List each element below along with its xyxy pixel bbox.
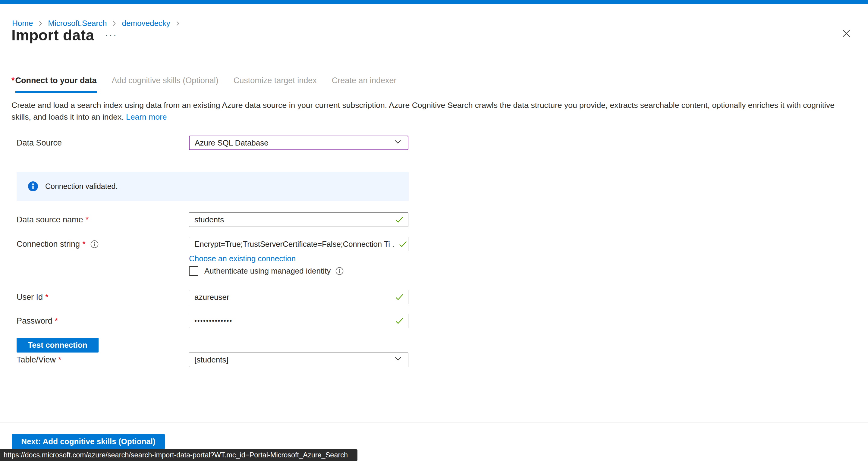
table-view-selected-value: [students] bbox=[194, 355, 228, 365]
connection-validated-banner: Connection validated. bbox=[17, 172, 409, 201]
tab-connect-to-your-data[interactable]: *Connect to your data bbox=[11, 76, 97, 101]
info-icon bbox=[28, 181, 38, 191]
banner-message: Connection validated. bbox=[45, 182, 118, 191]
data-source-select[interactable]: Azure SQL Database bbox=[189, 135, 408, 150]
import-data-page: Home Microsoft.Search demovedecky Import… bbox=[0, 0, 868, 461]
required-marker: * bbox=[55, 316, 58, 326]
info-tooltip-icon[interactable] bbox=[90, 240, 98, 248]
user-id-label: User Id * bbox=[17, 290, 49, 304]
connection-string-field-wrap bbox=[189, 237, 408, 251]
required-marker: * bbox=[82, 240, 86, 249]
required-marker: * bbox=[11, 76, 15, 85]
user-id-input[interactable] bbox=[189, 290, 408, 304]
close-icon[interactable] bbox=[842, 29, 851, 38]
tab-add-cognitive-skills[interactable]: Add cognitive skills (Optional) bbox=[112, 76, 218, 93]
table-view-label: Table/View * bbox=[17, 352, 61, 367]
test-connection-button[interactable]: Test connection bbox=[17, 338, 98, 352]
table-view-select[interactable]: [students] bbox=[189, 352, 408, 367]
chevron-right-icon bbox=[111, 20, 118, 27]
footer-divider bbox=[0, 422, 868, 423]
user-id-field-wrap bbox=[189, 290, 408, 304]
page-description: Create and load a search index using dat… bbox=[11, 99, 855, 123]
connection-string-input[interactable] bbox=[189, 237, 408, 251]
info-tooltip-icon[interactable] bbox=[336, 267, 344, 275]
tab-customize-target-index[interactable]: Customize target index bbox=[234, 76, 317, 93]
required-marker: * bbox=[86, 215, 89, 224]
data-source-name-field-wrap bbox=[189, 212, 408, 227]
learn-more-link[interactable]: Learn more bbox=[126, 113, 167, 121]
password-input[interactable] bbox=[189, 314, 408, 328]
portal-top-accent-bar bbox=[0, 0, 868, 4]
password-field-wrap bbox=[189, 314, 408, 328]
chevron-right-icon bbox=[37, 20, 44, 27]
breadcrumb-demovedecky[interactable]: demovedecky bbox=[122, 19, 170, 28]
tab-create-an-indexer[interactable]: Create an indexer bbox=[332, 76, 397, 93]
data-source-name-label: Data source name * bbox=[17, 212, 89, 227]
connection-string-label: Connection string * bbox=[17, 237, 98, 251]
page-title: Import data bbox=[11, 27, 94, 44]
data-source-selected-value: Azure SQL Database bbox=[195, 138, 269, 148]
managed-identity-label: Authenticate using managed identity bbox=[204, 266, 331, 276]
managed-identity-checkbox[interactable] bbox=[189, 266, 198, 276]
wizard-tabs: *Connect to your data Add cognitive skil… bbox=[11, 76, 396, 101]
choose-existing-connection-link[interactable]: Choose an existing connection bbox=[189, 254, 296, 263]
status-url-text: https://docs.microsoft.com/azure/search/… bbox=[4, 451, 348, 459]
required-marker: * bbox=[45, 293, 49, 302]
chevron-down-icon bbox=[393, 137, 402, 149]
data-source-name-input[interactable] bbox=[189, 212, 408, 227]
password-label: Password * bbox=[17, 314, 58, 328]
more-options-button[interactable]: ··· bbox=[105, 28, 118, 41]
required-marker: * bbox=[58, 355, 61, 365]
managed-identity-row: Authenticate using managed identity bbox=[189, 266, 344, 276]
status-url-bar: https://docs.microsoft.com/azure/search/… bbox=[0, 449, 358, 461]
chevron-right-icon bbox=[175, 20, 181, 27]
chevron-down-icon bbox=[394, 354, 403, 366]
next-add-cognitive-skills-button[interactable]: Next: Add cognitive skills (Optional) bbox=[12, 434, 165, 449]
data-source-label: Data Source bbox=[17, 135, 62, 150]
